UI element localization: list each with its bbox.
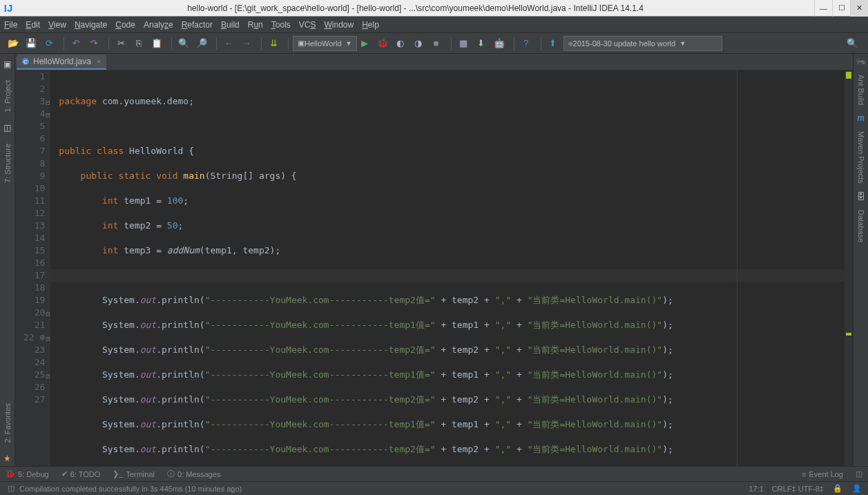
status-hector-icon[interactable]: 👤 xyxy=(851,484,862,493)
back-icon[interactable]: ← xyxy=(221,36,236,51)
tool-favorites[interactable]: 2: Favorites xyxy=(3,403,12,443)
sdk-icon[interactable]: ⬇ xyxy=(474,36,489,51)
main-toolbar: 📂 💾 ⟳ ↶ ↷ ✂ ⎘ 📋 🔍 🔎 ← → ⇊ ▣ HelloWorld ▼… xyxy=(0,33,868,54)
menu-build[interactable]: Build xyxy=(221,20,240,30)
fold-icon[interactable]: ⊟ xyxy=(46,109,50,122)
fold-icon[interactable]: ⊟ xyxy=(46,370,50,382)
current-line-highlight xyxy=(50,269,853,282)
maximize-button[interactable]: ☐ xyxy=(832,0,850,17)
status-caret-pos[interactable]: 17:1 xyxy=(749,485,763,493)
tool-project[interactable]: 1: Project xyxy=(3,80,12,112)
debug-icon[interactable]: 🐞 xyxy=(375,36,390,51)
menu-code[interactable]: Code xyxy=(115,20,135,30)
tool-database[interactable]: Database xyxy=(857,210,865,242)
menu-view[interactable]: View xyxy=(48,20,66,30)
favorites-star-icon[interactable]: ★ xyxy=(3,454,11,463)
left-tool-strip: ▣ 1: Project ◫ 7: Structure 2: Favorites… xyxy=(0,54,15,466)
tab-label: HelloWorld.java xyxy=(33,57,91,66)
menu-analyze[interactable]: Analyze xyxy=(144,20,173,30)
menu-vcs[interactable]: VCS xyxy=(299,20,316,30)
vcs-update-icon[interactable]: ⬆ xyxy=(546,36,561,51)
menu-navigate[interactable]: Navigate xyxy=(75,20,107,30)
stop-icon[interactable]: ■ xyxy=(429,36,444,51)
fold-icon[interactable]: ⊟ xyxy=(46,308,50,320)
maven-tool-icon[interactable]: m xyxy=(857,113,865,123)
tool-window-toggle-icon[interactable]: ◫ xyxy=(856,469,862,478)
menu-run[interactable]: Run xyxy=(248,20,263,30)
tool-terminal[interactable]: ❯_Terminal xyxy=(113,469,155,478)
tab-close-icon[interactable]: × xyxy=(97,57,101,66)
tool-maven[interactable]: Maven Projects xyxy=(857,131,865,184)
app-logo: IJ xyxy=(0,0,17,17)
window-title: hello-world - [E:\git_work_space\hello-w… xyxy=(17,3,814,13)
window-titlebar: IJ hello-world - [E:\git_work_space\hell… xyxy=(0,0,868,17)
status-hide-tools-icon[interactable]: ◫ xyxy=(6,484,17,493)
minimize-button[interactable]: — xyxy=(814,0,832,17)
redo-icon[interactable]: ↷ xyxy=(86,36,102,51)
tool-debug[interactable]: 🐞5: Debug xyxy=(6,469,49,478)
open-icon[interactable]: 📂 xyxy=(6,36,21,51)
menu-refactor[interactable]: Refactor xyxy=(182,20,213,30)
avd-icon[interactable]: ▦ xyxy=(456,36,471,51)
paste-icon[interactable]: 📋 xyxy=(149,36,164,51)
menu-edit[interactable]: Edit xyxy=(26,20,40,30)
code-editor[interactable]: 12 3⊟ 4⊟ 5678910111213141516171819 20⊟ 2… xyxy=(15,70,853,466)
close-button[interactable]: ✕ xyxy=(850,0,868,17)
menu-tools[interactable]: Tools xyxy=(271,20,291,30)
forward-icon[interactable]: → xyxy=(239,36,254,51)
status-encoding[interactable]: CRLF‡ UTF-8‡ xyxy=(772,485,824,493)
bottom-tool-strip: 🐞5: Debug ✔6: TODO ❯_Terminal ⓘ0: Messag… xyxy=(0,466,868,481)
replace-icon[interactable]: 🔎 xyxy=(194,36,209,51)
menu-file[interactable]: File xyxy=(4,20,17,30)
status-bar: ◫ Compilation completed successfully in … xyxy=(0,481,868,495)
database-tool-icon[interactable]: 🗄 xyxy=(857,192,865,202)
cut-icon[interactable]: ✂ xyxy=(113,36,128,51)
tool-structure[interactable]: 7: Structure xyxy=(3,144,12,183)
save-icon[interactable]: 💾 xyxy=(23,36,39,51)
tool-ant[interactable]: Ant Build xyxy=(857,75,865,105)
line-gutter[interactable]: 12 3⊟ 4⊟ 5678910111213141516171819 20⊟ 2… xyxy=(15,70,50,466)
ant-tool-icon[interactable]: 🐜 xyxy=(856,57,866,66)
tool-messages[interactable]: ⓘ0: Messages xyxy=(167,469,220,479)
menu-help[interactable]: Help xyxy=(362,20,379,30)
vcs-action-combo[interactable]: ⎆ 2015-08-30 update hello world ▼ xyxy=(563,36,722,51)
tool-event-log[interactable]: ≡Event Log xyxy=(802,470,843,478)
copy-icon[interactable]: ⎘ xyxy=(131,36,146,51)
status-lock-icon[interactable]: 🔒 xyxy=(832,484,843,493)
sync-icon[interactable]: ⟳ xyxy=(41,36,57,51)
right-margin-guide xyxy=(737,70,737,466)
java-file-icon: C xyxy=(22,58,29,65)
tab-helloworld[interactable]: C HelloWorld.java × xyxy=(17,55,106,70)
build-icon[interactable]: ⇊ xyxy=(266,36,281,51)
status-message: Compilation completed successfully in 3s… xyxy=(19,485,242,493)
error-stripe[interactable] xyxy=(845,70,853,466)
run-config-combo[interactable]: ▣ HelloWorld ▼ xyxy=(293,36,357,51)
inspection-ok-icon xyxy=(846,72,851,79)
profile-icon[interactable]: ◑ xyxy=(411,36,426,51)
right-tool-strip: 🐜 Ant Build m Maven Projects 🗄 Database xyxy=(853,54,868,466)
find-icon[interactable]: 🔍 xyxy=(176,36,191,51)
structure-tool-icon[interactable]: ◫ xyxy=(3,123,11,133)
fold-icon[interactable]: ⊟ xyxy=(46,333,50,345)
tool-todo[interactable]: ✔6: TODO xyxy=(61,469,101,478)
run-icon[interactable]: ▶ xyxy=(357,36,372,51)
fold-icon[interactable]: ⊟ xyxy=(46,97,50,109)
search-everywhere-icon[interactable]: 🔍 xyxy=(845,36,860,51)
menu-bar: File Edit View Navigate Code Analyze Ref… xyxy=(0,17,868,33)
project-tool-icon[interactable]: ▣ xyxy=(3,59,11,69)
undo-icon[interactable]: ↶ xyxy=(68,36,84,51)
editor-tabs: C HelloWorld.java × xyxy=(15,54,853,70)
android-icon[interactable]: 🤖 xyxy=(492,36,507,51)
help-icon[interactable]: ? xyxy=(519,36,534,51)
code-content[interactable]: package com.youmeek.demo; public class H… xyxy=(50,70,853,466)
coverage-icon[interactable]: ◐ xyxy=(393,36,408,51)
menu-window[interactable]: Window xyxy=(324,20,354,30)
